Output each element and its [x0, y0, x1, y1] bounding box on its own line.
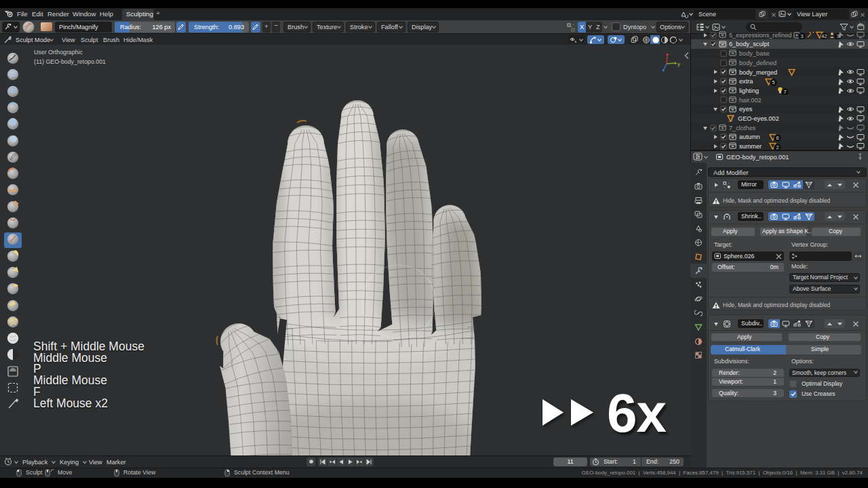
svg-text:42: 42 [821, 33, 827, 39]
svg-text:5: 5 [772, 79, 774, 85]
svg-text:y: y [677, 61, 680, 67]
svg-text:3: 3 [800, 33, 803, 39]
svg-text:6: 6 [776, 135, 778, 141]
svg-text:7: 7 [783, 89, 786, 95]
